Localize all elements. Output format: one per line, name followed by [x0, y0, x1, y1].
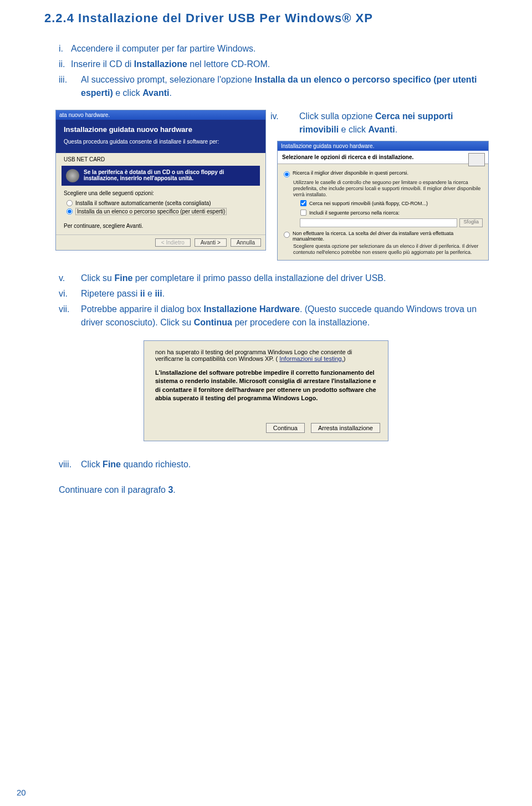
step-iv: iv.Click sulla opzione Cerca nei support…	[277, 110, 488, 136]
checkbox-removable[interactable]	[300, 200, 306, 206]
step-vi-b: ii	[140, 289, 145, 298]
stop-install-button[interactable]: Arresta installazione	[311, 423, 380, 433]
path-input[interactable]	[300, 218, 457, 227]
step-iii-post: e click	[113, 88, 142, 98]
step-viii-b: Fine	[103, 460, 121, 469]
step-vii-num: vii.	[59, 303, 81, 316]
testing-info-link[interactable]: Informazioni sul testing.	[279, 355, 344, 362]
wizard-dialog-1: ata nuovo hardware. Installazione guidat…	[55, 110, 266, 251]
step-iv-num: iv.	[285, 110, 299, 123]
step-v-b: Fine	[114, 273, 132, 283]
dialog1-opt1-label: Installa il software automaticamente (sc…	[75, 200, 211, 206]
next-button[interactable]: Avanti >	[195, 238, 227, 247]
page-number: 20	[17, 788, 26, 797]
step-iii: iii.Al successivo prompt, selezionare l'…	[44, 73, 488, 100]
step-viii-pre: Click	[81, 460, 103, 469]
radio-list[interactable]	[66, 208, 73, 215]
step-vi-b2: iii	[155, 289, 162, 298]
step-vii: vii.Potrebbe apparire il dialog box Inst…	[44, 303, 488, 329]
step-vii-b: Installazione Hardware	[203, 304, 299, 314]
step-vi: vi.Ripetere passi ii e iii.	[44, 287, 488, 300]
step-viii-num: viii.	[59, 458, 81, 471]
step-viii: viii.Click Fine quando richiesto.	[44, 458, 488, 471]
warning-dialog: non ha superato il testing del programma…	[144, 340, 388, 441]
dialog1-opt-list[interactable]: Installa da un elenco o percorso specifi…	[66, 208, 258, 215]
step-ii: ii.Inserire il CD di Installazione nel l…	[44, 58, 488, 71]
dialog2-r1-desc: Utilizzare le caselle di controllo che s…	[283, 180, 483, 197]
step-iii-post2: .	[169, 88, 171, 98]
section-heading: 2.2.4 Installazione del Driver USB Per W…	[44, 11, 488, 25]
step-iii-num: iii.	[59, 73, 81, 86]
dialog2-r2-desc: Scegliere questa opzione per selezionare…	[283, 243, 483, 256]
step-iii-b2: Avanti	[142, 88, 169, 98]
closing-pre: Continuare con il paragrafo	[59, 485, 168, 494]
closing-line: Continuare con il paragrafo 3.	[44, 483, 488, 497]
continue-button[interactable]: Continua	[266, 423, 305, 433]
step-iii-pre: Al successivo prompt, selezionare l'opzi…	[81, 75, 254, 84]
step-iv-post2: .	[395, 125, 397, 134]
radio-no-search[interactable]	[284, 232, 290, 238]
dialog2-header-text: Selezionare le opzioni di ricerca e di i…	[282, 154, 413, 160]
dialog1-opt2-label: Installa da un elenco o percorso specifi…	[75, 208, 227, 215]
step-viii-post: quando richiesto.	[121, 460, 191, 469]
dialog2-check-path[interactable]: Includi il seguente percorso nella ricer…	[283, 209, 483, 216]
dialog2-titlebar: Installazione guidata nuovo hardware.	[278, 141, 488, 151]
dialog1-cd-hint: Se la periferica è dotata di un CD o un …	[62, 166, 260, 186]
dialog2-radio-no-search[interactable]: Non effettuare la ricerca. La scelta del…	[283, 231, 483, 242]
step-vii-pre: Potrebbe apparire il dialog box	[81, 304, 203, 314]
step-vii-post2: per procedere con la installazione.	[232, 318, 370, 327]
radio-search[interactable]	[284, 171, 290, 177]
back-button: < Indietro	[155, 238, 191, 247]
step-i-text: Accendere il computer per far partire Wi…	[71, 44, 255, 53]
dialog1-choose-label: Scegliere una delle seguenti opzioni:	[64, 190, 258, 196]
warning-p1b: )	[344, 355, 346, 362]
step-v: v.Click su Fine per completare il primo …	[44, 272, 488, 285]
radio-auto[interactable]	[66, 200, 73, 206]
step-v-pre: Click su	[81, 273, 114, 283]
step-v-post: per completare il primo passo della inst…	[132, 273, 386, 283]
step-i-num: i.	[59, 42, 71, 55]
cancel-button[interactable]: Annulla	[231, 238, 261, 247]
step-iv-b2: Avanti	[368, 125, 395, 134]
step-v-num: v.	[59, 272, 81, 285]
step-vi-post: .	[162, 289, 165, 298]
step-ii-pre: Inserire il CD di	[71, 59, 134, 69]
dialog2-radio-search[interactable]: Ricerca il miglior driver disponibile in…	[283, 170, 483, 178]
device-icon	[468, 153, 485, 166]
step-ii-post: nel lettore CD-ROM.	[187, 59, 270, 69]
step-i: i.Accendere il computer per far partire …	[44, 42, 488, 55]
closing-post: .	[173, 485, 175, 494]
cd-icon	[66, 169, 79, 182]
step-vi-pre: Ripetere passi	[81, 289, 140, 298]
dialog2-header: Selezionare le opzioni di ricerca e di i…	[278, 151, 488, 164]
browse-button[interactable]: Sfoglia	[459, 218, 483, 227]
warning-paragraph-1: non ha superato il testing del programma…	[155, 349, 377, 362]
dialog2-r2-label: Non effettuare la ricerca. La scelta del…	[293, 231, 483, 242]
dialog2-r1-label: Ricerca il miglior driver disponibile in…	[293, 170, 408, 176]
step-iv-post: e click	[339, 125, 368, 134]
wizard-dialog-2: Installazione guidata nuovo hardware. Se…	[277, 141, 489, 261]
dialog1-titlebar: ata nuovo hardware.	[56, 110, 265, 120]
dialog1-title: Installazione guidata nuovo hardware	[64, 125, 258, 134]
step-vi-num: vi.	[59, 287, 81, 300]
step-ii-num: ii.	[59, 58, 71, 71]
dialog2-c2-label: Includi il seguente percorso nella ricer…	[309, 210, 400, 216]
dialog1-continue-hint: Per continuare, scegliere Avanti.	[56, 221, 265, 234]
dialog1-device: USB NET CARD	[56, 153, 265, 166]
dialog2-check-removable[interactable]: Cerca nei supporti rimovibili (unità flo…	[283, 200, 483, 207]
dialog2-c1-label: Cerca nei supporti rimovibili (unità flo…	[309, 201, 428, 206]
warning-bold-text: L'installazione del software potrebbe im…	[155, 369, 377, 403]
dialog1-cd-text: Se la periferica è dotata di un CD o un …	[84, 169, 255, 181]
step-vii-b2: Continua	[194, 318, 232, 327]
dialog1-desc: Questa procedura guidata consente di ins…	[64, 138, 258, 145]
step-vi-mid: e	[145, 289, 155, 298]
checkbox-path[interactable]	[300, 210, 306, 216]
dialog1-opt-auto[interactable]: Installa il software automaticamente (sc…	[66, 200, 258, 207]
step-iv-pre: Click sulla opzione	[299, 111, 375, 121]
step-ii-b: Installazione	[134, 59, 187, 69]
